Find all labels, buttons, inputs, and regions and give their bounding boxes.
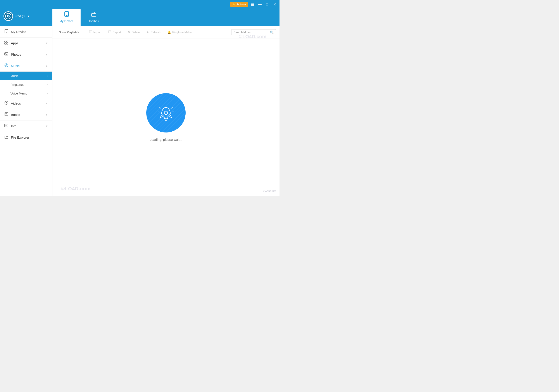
music-chevron: ∧ [46, 64, 48, 67]
svg-point-14 [5, 53, 6, 54]
svg-rect-9 [5, 41, 6, 42]
titlebar-controls: 🔑 Activate ☰ — □ ✕ [230, 1, 278, 7]
sidebar-subitem-ringtones[interactable]: Ringtones › [0, 80, 52, 89]
sidebar-my-device-label: My Device [11, 30, 26, 34]
show-playlist-button[interactable]: Show Playlist>> [56, 29, 82, 35]
apps-chevron: ∨ [46, 42, 48, 45]
key-icon: 🔑 [232, 3, 236, 6]
logo-icon [3, 11, 13, 21]
toolbar-divider-1 [84, 30, 84, 35]
device-dropdown-arrow[interactable]: ▼ [27, 15, 30, 18]
sidebar-item-videos[interactable]: Videos ∨ [0, 98, 52, 109]
sidebar-item-books[interactable]: Books ∨ [0, 109, 52, 120]
file-explorer-icon [4, 135, 8, 140]
delete-icon: ✕ [128, 31, 130, 34]
rocket-illustration [146, 93, 186, 132]
sidebar-item-photos[interactable]: Photos ∨ [0, 49, 52, 60]
subitem-music-label: Music [10, 74, 19, 78]
svg-rect-24 [5, 124, 8, 127]
delete-label: Delete [132, 31, 140, 34]
loading-area: Loading, please wait... [52, 38, 280, 196]
refresh-label: Refresh [151, 31, 161, 34]
toolbox-tab-icon [91, 11, 96, 18]
sidebar-file-explorer-label: File Explorer [11, 136, 29, 139]
sidebar-books-label: Books [11, 113, 20, 117]
minimize-button[interactable]: — [257, 1, 263, 7]
refresh-button[interactable]: ↻ Refresh [144, 29, 164, 35]
sidebar-item-apps[interactable]: Apps ∨ [0, 37, 52, 49]
svg-rect-10 [7, 41, 8, 42]
voice-memo-sub-chevron: › [47, 92, 48, 95]
search-icon: 🔍 [270, 31, 274, 34]
sidebar-info-label: Info [11, 124, 16, 128]
import-icon [89, 30, 92, 34]
ringtones-sub-chevron: › [47, 83, 48, 86]
svg-point-30 [164, 111, 168, 115]
sidebar-item-my-device[interactable]: My Device [0, 26, 52, 37]
svg-point-2 [8, 16, 9, 17]
export-label: Export [113, 31, 121, 34]
app-logo: iPad (8) ▼ [0, 11, 52, 26]
photos-chevron: ∨ [46, 53, 48, 56]
export-icon [108, 30, 111, 34]
svg-line-33 [158, 111, 159, 112]
subitem-voice-memo-label: Voice Memo [10, 92, 27, 95]
ringtone-maker-label: Ringtone Maker [172, 31, 192, 34]
sidebar-photos-label: Photos [11, 53, 21, 56]
sidebar-item-file-explorer[interactable]: File Explorer [0, 132, 52, 143]
import-label: Import [93, 31, 102, 34]
info-icon [4, 124, 8, 128]
music-icon [4, 63, 8, 68]
titlebar: 🔑 Activate ☰ — □ ✕ [0, 0, 280, 9]
maximize-button[interactable]: □ [264, 1, 270, 7]
svg-line-31 [159, 107, 160, 109]
tab-my-device-label: My Device [59, 19, 74, 23]
svg-rect-12 [7, 43, 8, 44]
export-button[interactable]: Export [105, 29, 124, 35]
tab-toolbox[interactable]: Toolbox [81, 9, 107, 26]
apps-icon [4, 41, 8, 46]
sidebar-videos-label: Videos [11, 101, 21, 105]
sidebar-music-label: Music [11, 64, 19, 68]
svg-line-32 [171, 107, 173, 109]
nav-tabs: My Device Toolbox [52, 9, 107, 26]
toolbar: Show Playlist>> Import [52, 26, 280, 38]
bell-icon: 🔔 [168, 31, 171, 34]
close-button[interactable]: ✕ [272, 1, 278, 7]
sidebar-item-music[interactable]: Music ∧ [0, 60, 52, 72]
ringtone-maker-button[interactable]: 🔔 Ringtone Maker [164, 29, 196, 35]
info-chevron: ∨ [46, 125, 48, 128]
sidebar-subitem-voice-memo[interactable]: Voice Memo › [0, 89, 52, 98]
search-input[interactable] [234, 31, 269, 34]
my-device-icon [4, 29, 8, 34]
svg-point-27 [7, 125, 8, 125]
activate-label: Activate [236, 3, 246, 6]
svg-point-17 [6, 65, 7, 65]
tab-my-device[interactable]: My Device [52, 9, 81, 26]
content-area: Show Playlist>> Import [52, 26, 280, 196]
device-name[interactable]: iPad (8) [15, 14, 26, 18]
tab-toolbox-label: Toolbox [88, 19, 99, 23]
svg-line-34 [173, 111, 174, 112]
main-layout: My Device Apps ∨ [0, 26, 280, 196]
svg-marker-19 [6, 102, 7, 103]
sidebar-item-info[interactable]: Info ∨ [0, 120, 52, 132]
search-box: 🔍 [231, 29, 276, 35]
import-button[interactable]: Import [86, 29, 105, 35]
show-playlist-label: Show Playlist>> [59, 31, 79, 34]
photos-icon [4, 52, 8, 57]
loading-text: Loading, please wait... [149, 138, 182, 141]
sidebar-subitem-music[interactable]: Music › [0, 72, 52, 80]
refresh-icon: ↻ [147, 31, 149, 34]
subitem-ringtones-label: Ringtones [10, 83, 24, 86]
delete-button[interactable]: ✕ Delete [125, 29, 143, 35]
music-sub-chevron: › [47, 74, 48, 77]
my-device-tab-icon [64, 11, 69, 18]
videos-icon [4, 101, 8, 106]
sidebar-apps-label: Apps [11, 41, 18, 45]
videos-chevron: ∨ [46, 102, 48, 105]
books-chevron: ∨ [46, 113, 48, 116]
activate-button[interactable]: 🔑 Activate [230, 2, 248, 7]
books-icon [4, 112, 8, 117]
hamburger-button[interactable]: ☰ [249, 1, 255, 7]
